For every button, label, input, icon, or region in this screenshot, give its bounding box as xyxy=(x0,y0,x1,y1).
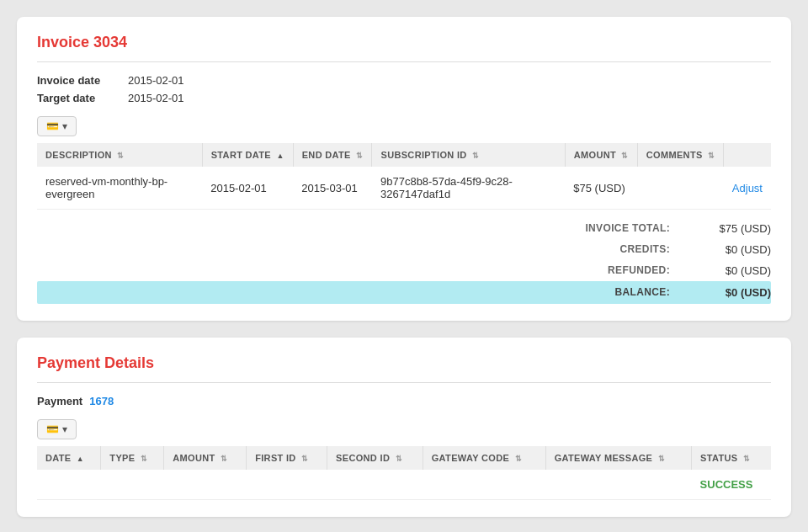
invoice-table-row: reserved-vm-monthly-bp-evergreen 2015-02… xyxy=(37,167,771,210)
sort-icon-start-date[interactable]: ▲ xyxy=(276,152,284,160)
invoice-toolbar-button[interactable]: 💳 ▾ xyxy=(37,116,77,136)
target-date-value: 2015-02-01 xyxy=(128,92,184,104)
sort-icon-pay-amount[interactable]: ⇅ xyxy=(221,455,227,463)
payment-card: Payment Details Payment 1678 💳 ▾ DATE ▲ … xyxy=(17,338,791,517)
cell-subscription-id: 9b77c8b8-57da-45f9-9c28-3267147daf1d xyxy=(372,167,565,210)
col-status: STATUS ⇅ xyxy=(692,446,771,470)
invoice-table-header-row: DESCRIPTION ⇅ START DATE ▲ END DATE ⇅ SU… xyxy=(37,143,771,167)
sort-icon-subscription-id[interactable]: ⇅ xyxy=(472,152,479,160)
sort-icon-end-date[interactable]: ⇅ xyxy=(356,152,363,160)
summary-row-credits: CREDITS: $0 (USD) xyxy=(37,239,771,260)
summary-total-label: INVOICE TOTAL: xyxy=(577,222,687,235)
summary-refunded-value: $0 (USD) xyxy=(687,264,771,277)
col-amount: AMOUNT ⇅ xyxy=(565,143,637,167)
sort-icon-first-id[interactable]: ⇅ xyxy=(301,455,308,463)
toolbar-dropdown-arrow: ▾ xyxy=(62,120,67,132)
cell-description: reserved-vm-monthly-bp-evergreen xyxy=(37,167,202,210)
sort-icon-comments[interactable]: ⇅ xyxy=(708,152,715,160)
summary-balance-value: $0 (USD) xyxy=(687,286,771,299)
invoice-date-value: 2015-02-01 xyxy=(128,74,184,87)
summary-row-refunded: REFUNDED: $0 (USD) xyxy=(37,260,771,281)
cell-amount: $75 (USD) xyxy=(565,167,637,210)
col-start-date: START DATE ▲ xyxy=(202,143,293,167)
col-subscription-id: SUBSCRIPTION ID ⇅ xyxy=(372,143,565,167)
cell-start-date: 2015-02-01 xyxy=(202,167,293,210)
invoice-date-label: Invoice date xyxy=(37,74,121,87)
summary-row-balance: BALANCE: $0 (USD) xyxy=(37,281,771,304)
sort-icon-date[interactable]: ▲ xyxy=(77,455,84,463)
adjust-link[interactable]: Adjust xyxy=(732,182,763,194)
payment-id-link[interactable]: 1678 xyxy=(89,395,114,407)
cell-pay-second-id xyxy=(327,470,423,500)
sort-icon-amount[interactable]: ⇅ xyxy=(621,152,628,160)
payment-divider xyxy=(37,382,771,383)
cell-comments xyxy=(637,167,724,210)
summary-row-total: INVOICE TOTAL: $75 (USD) xyxy=(37,218,771,239)
summary-credits-label: CREDITS: xyxy=(577,243,687,256)
cell-pay-type xyxy=(101,470,164,500)
cell-pay-status: SUCCESS xyxy=(692,470,771,500)
payment-toolbar-dropdown-arrow: ▾ xyxy=(62,423,67,435)
status-badge: SUCCESS xyxy=(700,478,753,491)
payment-title: Payment Details xyxy=(37,354,771,372)
sort-icon-second-id[interactable]: ⇅ xyxy=(396,455,402,463)
cell-end-date: 2015-03-01 xyxy=(293,167,372,210)
col-comments: COMMENTS ⇅ xyxy=(637,143,724,167)
cell-pay-amount xyxy=(164,470,247,500)
sort-icon-gateway-message[interactable]: ⇅ xyxy=(658,455,665,463)
sort-icon-description[interactable]: ⇅ xyxy=(117,152,124,160)
target-date-row: Target date 2015-02-01 xyxy=(37,92,771,104)
invoice-title: Invoice 3034 xyxy=(37,34,771,51)
sort-icon-status[interactable]: ⇅ xyxy=(743,455,750,463)
sort-icon-type[interactable]: ⇅ xyxy=(141,455,147,463)
payment-table-header-row: DATE ▲ TYPE ⇅ AMOUNT ⇅ FIRST ID ⇅ SECOND… xyxy=(37,446,771,470)
summary-total-value: $75 (USD) xyxy=(687,222,771,235)
col-description: DESCRIPTION ⇅ xyxy=(37,143,202,167)
summary-refunded-label: REFUNDED: xyxy=(577,264,687,277)
payment-table: DATE ▲ TYPE ⇅ AMOUNT ⇅ FIRST ID ⇅ SECOND… xyxy=(37,446,771,500)
cell-action[interactable]: Adjust xyxy=(724,167,771,210)
col-date: DATE ▲ xyxy=(37,446,101,470)
col-first-id: FIRST ID ⇅ xyxy=(247,446,327,470)
target-date-label: Target date xyxy=(37,92,121,104)
payment-toolbar-button[interactable]: 💳 ▾ xyxy=(37,419,77,439)
col-type: TYPE ⇅ xyxy=(101,446,164,470)
cell-pay-first-id xyxy=(247,470,327,500)
cell-pay-gateway-code xyxy=(423,470,545,500)
col-gateway-code: GATEWAY CODE ⇅ xyxy=(423,446,545,470)
col-action xyxy=(724,143,771,167)
summary-credits-value: $0 (USD) xyxy=(687,243,771,256)
cell-pay-gateway-message xyxy=(545,470,691,500)
invoice-table: DESCRIPTION ⇅ START DATE ▲ END DATE ⇅ SU… xyxy=(37,143,771,210)
invoice-toolbar: 💳 ▾ xyxy=(37,116,771,136)
payment-toolbar: 💳 ▾ xyxy=(37,419,771,439)
payment-table-row: SUCCESS xyxy=(37,470,771,500)
credit-card-icon: 💳 xyxy=(46,120,59,132)
invoice-divider xyxy=(37,61,771,62)
invoice-card: Invoice 3034 Invoice date 2015-02-01 Tar… xyxy=(17,17,791,321)
col-second-id: SECOND ID ⇅ xyxy=(327,446,423,470)
sort-icon-gateway-code[interactable]: ⇅ xyxy=(515,455,522,463)
invoice-date-row: Invoice date 2015-02-01 xyxy=(37,74,771,87)
summary-balance-label: BALANCE: xyxy=(577,286,687,299)
invoice-summary: INVOICE TOTAL: $75 (USD) CREDITS: $0 (US… xyxy=(37,218,771,304)
cell-pay-date xyxy=(37,470,101,500)
credit-card-icon-payment: 💳 xyxy=(46,423,59,435)
col-end-date: END DATE ⇅ xyxy=(293,143,372,167)
payment-label: Payment xyxy=(37,395,82,407)
col-gateway-message: GATEWAY MESSAGE ⇅ xyxy=(545,446,691,470)
payment-meta-row: Payment 1678 xyxy=(37,395,771,407)
col-pay-amount: AMOUNT ⇅ xyxy=(164,446,247,470)
